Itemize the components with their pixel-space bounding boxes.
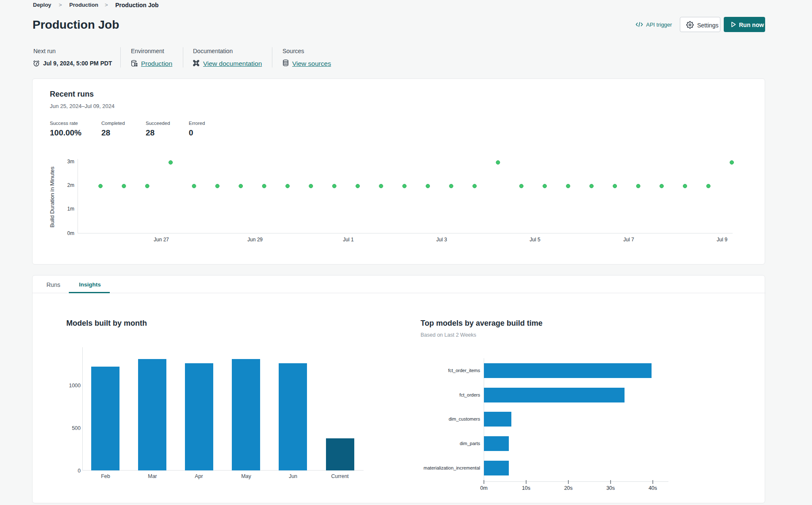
svg-text:0m: 0m [67, 230, 74, 236]
svg-text:Jul 1: Jul 1 [343, 237, 354, 243]
svg-text:dim_customers: dim_customers [448, 416, 480, 421]
svg-text:Jul 5: Jul 5 [530, 237, 540, 243]
svg-text:0m: 0m [480, 485, 487, 491]
svg-text:Jul 3: Jul 3 [436, 237, 447, 243]
svg-text:1m: 1m [67, 206, 74, 212]
svg-text:Jun 29: Jun 29 [247, 237, 263, 243]
svg-text:Jul 9: Jul 9 [717, 237, 728, 243]
svg-text:fct_order_items: fct_order_items [448, 368, 480, 373]
svg-text:dim_parts: dim_parts [460, 441, 481, 446]
svg-text:materialization_incremental: materialization_incremental [424, 465, 480, 470]
svg-text:40s: 40s [649, 485, 657, 491]
svg-text:Jun 27: Jun 27 [154, 237, 169, 243]
svg-text:Jul 7: Jul 7 [623, 237, 634, 243]
svg-text:3m: 3m [67, 159, 74, 165]
svg-text:20s: 20s [564, 485, 573, 491]
svg-text:Build Duration in Minutes: Build Duration in Minutes [49, 166, 55, 227]
svg-text:2m: 2m [67, 182, 74, 188]
svg-text:fct_orders: fct_orders [459, 392, 480, 397]
svg-text:10s: 10s [522, 485, 530, 491]
svg-text:30s: 30s [606, 485, 615, 491]
